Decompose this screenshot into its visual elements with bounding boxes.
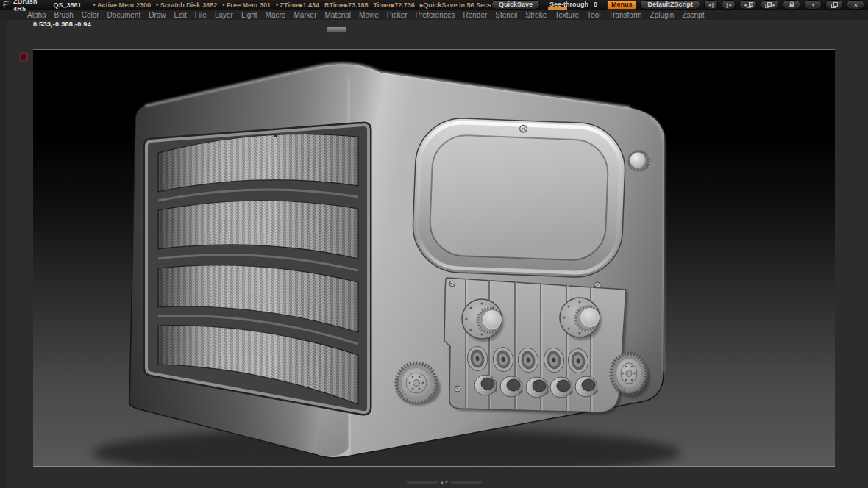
menu-item-render[interactable]: Render: [463, 11, 488, 19]
documents-icon: [765, 2, 771, 7]
menu-item-file[interactable]: File: [195, 11, 207, 19]
menu-item-texture[interactable]: Texture: [555, 11, 579, 19]
arrow-right-icon: ▸: [772, 1, 775, 9]
tray-divider-handle[interactable]: [326, 26, 347, 33]
arrow-left-icon: ◂: [708, 1, 711, 9]
lock-ui-button[interactable]: [783, 0, 800, 10]
next-document-button[interactable]: ▸: [761, 0, 779, 10]
divider-bar: [451, 481, 482, 484]
stat-scratch-disk: Scratch Disk3652: [156, 1, 217, 9]
display-bezel: [411, 117, 627, 279]
menu-item-tool[interactable]: Tool: [587, 11, 600, 19]
menu-item-marker[interactable]: Marker: [294, 11, 316, 19]
stat-active-mem: Active Mem2300: [93, 1, 151, 9]
arrow-right-icon: ▸: [729, 1, 731, 9]
quicksave-countdown: QuickSave In 56 Secs: [420, 1, 491, 9]
menu-item-color[interactable]: Color: [82, 11, 99, 19]
stray-vertex-dot: [274, 135, 277, 137]
cursor-coordinates-readout: 0.533,-0.388,-0.94: [33, 21, 91, 28]
default-zscript-button[interactable]: DefaultZScript: [640, 0, 700, 10]
previous-document-button[interactable]: ◂: [739, 0, 758, 10]
app-title: ZBrush 4R5: [13, 0, 42, 12]
stat-rtime: RTime73.185: [324, 1, 368, 9]
menus-toggle-button[interactable]: Menus: [607, 0, 637, 10]
minimize-window-button[interactable]: ▼: [804, 0, 822, 10]
display-screen: [429, 134, 609, 261]
stat-timer: Timer72.736: [373, 1, 414, 9]
tray-bars-icon: |||: [712, 1, 714, 9]
quicksave-button[interactable]: QuickSave: [491, 0, 540, 10]
menu-item-brush[interactable]: Brush: [54, 11, 74, 19]
stat-ztime: ZTime1.434: [276, 1, 319, 9]
divider-arrows-icon: ▲▼: [440, 480, 449, 484]
menu-item-preferences[interactable]: Preferences: [416, 11, 455, 19]
see-through-value: 0: [594, 1, 597, 8]
title-bar: ZBrush 4R5 QS_3561 Active Mem2300 Scratc…: [0, 0, 868, 10]
restore-window-button[interactable]: [825, 0, 843, 10]
see-through-slider[interactable]: See-through0: [544, 1, 603, 10]
menu-item-zplugin[interactable]: Zplugin: [650, 11, 675, 19]
see-through-progress-bar: [548, 7, 567, 10]
arrow-left-icon: ◂: [744, 1, 746, 9]
collapse-left-tray-button[interactable]: ◂|||: [704, 0, 718, 10]
menu-item-macro[interactable]: Macro: [266, 11, 286, 19]
right-tray-divider: [861, 19, 861, 488]
left-tray-strip: [0, 19, 7, 488]
collapse-right-tray-button[interactable]: |||▸: [722, 0, 736, 10]
menu-item-stencil[interactable]: Stencil: [495, 11, 517, 19]
tray-bars-icon: |||: [726, 1, 728, 9]
menu-item-document[interactable]: Document: [107, 11, 141, 19]
menu-bar: Alpha Brush Color Document Draw Edit Fil…: [0, 10, 868, 20]
menu-item-edit[interactable]: Edit: [174, 11, 187, 19]
divider-bar: [407, 481, 438, 484]
radio-model: [129, 63, 665, 457]
close-window-button[interactable]: ×: [847, 0, 864, 10]
control-panel: [444, 278, 628, 415]
bottom-tray-divider-handle[interactable]: ▲▼: [407, 480, 482, 484]
menu-item-light[interactable]: Light: [241, 11, 257, 19]
minimize-icon: ▼: [811, 1, 815, 9]
menu-item-draw[interactable]: Draw: [149, 11, 166, 19]
zbrush-logo-icon: [2, 1, 10, 9]
speaker-grille: [146, 125, 369, 412]
menu-item-picker[interactable]: Picker: [387, 11, 408, 19]
document-canvas[interactable]: [33, 49, 835, 467]
documents-icon: [747, 2, 753, 7]
menu-item-stroke[interactable]: Stroke: [525, 11, 547, 19]
close-icon: ×: [854, 1, 857, 9]
canvas-marker: [20, 53, 28, 61]
viewport-3d-render: [33, 50, 835, 466]
menu-item-zscript[interactable]: Zscript: [682, 11, 704, 19]
menu-item-layer[interactable]: Layer: [215, 11, 233, 19]
lock-icon: [789, 1, 795, 8]
document-name: QS_3561: [54, 1, 82, 9]
menu-item-material[interactable]: Material: [325, 11, 352, 19]
stat-free-mem: Free Mem301: [222, 1, 271, 9]
menu-item-transform[interactable]: Transform: [608, 11, 641, 19]
restore-icon: [831, 2, 837, 7]
menu-item-movie[interactable]: Movie: [359, 11, 379, 19]
memory-stats-readout: Active Mem2300 Scratch Disk3652 Free Mem…: [93, 1, 491, 9]
